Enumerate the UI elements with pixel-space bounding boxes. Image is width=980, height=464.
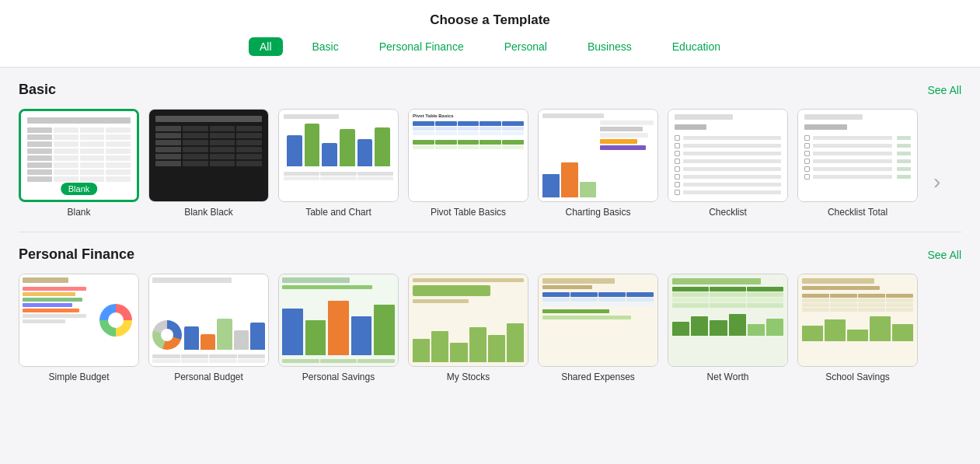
basic-template-row: Blank Blank [19,109,961,218]
template-thumb-simple-budget [19,274,139,367]
template-label-pivot: Pivot Table Basics [431,207,506,218]
template-checklist[interactable]: Checklist [668,109,788,218]
basic-see-all[interactable]: See All [927,84,961,96]
template-label-my-stocks: My Stocks [447,372,490,382]
template-pivot[interactable]: Pivot Table Basics [408,109,528,218]
template-blank[interactable]: Blank Blank [19,109,139,218]
personal-finance-template-row: Simple Budget [19,274,961,382]
template-thumb-net-worth [668,274,788,367]
template-label-school-savings: School Savings [825,372,890,382]
template-label-checklist-total: Checklist Total [828,207,888,218]
template-label-checklist: Checklist [709,207,747,218]
basic-next-button[interactable]: › [927,169,947,194]
basic-section-title: Basic [19,82,56,98]
template-thumb-checklist [668,109,788,202]
tab-personal[interactable]: Personal [493,37,558,56]
template-label-blank: Blank [67,207,90,218]
template-charting[interactable]: Charting Basics [538,109,658,218]
template-thumb-school-savings [797,274,918,367]
personal-finance-section-title: Personal Finance [19,246,134,263]
template-personal-savings[interactable]: Personal Savings [278,274,399,382]
template-label-simple-budget: Simple Budget [48,372,109,382]
template-thumb-table-chart [278,109,399,202]
template-label-net-worth: Net Worth [707,372,749,382]
template-thumb-personal-budget [148,274,269,367]
template-label-blank-black: Blank Black [184,207,233,218]
template-checklist-total[interactable]: Checklist Total [797,109,918,218]
template-my-stocks[interactable]: My Stocks [408,274,528,382]
template-personal-budget[interactable]: Personal Budget [148,274,269,382]
tab-all[interactable]: All [249,37,283,56]
template-simple-budget[interactable]: Simple Budget [19,274,139,382]
tab-business[interactable]: Business [577,37,643,56]
template-shared-expenses[interactable]: Shared Expenses [538,274,658,382]
blank-badge: Blank [61,183,98,195]
template-label-personal-savings: Personal Savings [302,372,375,382]
template-blank-black[interactable]: Blank Black [148,109,269,218]
template-thumb-checklist-total [797,109,918,202]
tab-education[interactable]: Education [661,37,731,56]
template-label-personal-budget: Personal Budget [174,372,243,382]
template-thumb-shared-expenses [538,274,658,367]
template-thumb-blank-black [148,109,269,202]
template-net-worth[interactable]: Net Worth [668,274,788,382]
tab-personal-finance[interactable]: Personal Finance [368,37,475,56]
template-thumb-blank: Blank [19,109,139,202]
template-label-charting: Charting Basics [565,207,630,218]
template-thumb-pivot: Pivot Table Basics [408,109,528,202]
template-school-savings[interactable]: School Savings [797,274,918,382]
template-thumb-personal-savings [278,274,399,367]
template-label-table-chart: Table and Chart [305,207,371,218]
personal-finance-section: Personal Finance See All [0,232,980,390]
tab-basic[interactable]: Basic [302,37,350,56]
basic-section: Basic See All [0,68,980,225]
template-label-shared-expenses: Shared Expenses [561,372,635,382]
personal-finance-see-all[interactable]: See All [927,249,961,261]
template-thumb-charting [538,109,658,202]
page-title: Choose a Template [0,12,980,28]
filter-tabs: All Basic Personal Finance Personal Busi… [0,37,980,56]
template-thumb-my-stocks [408,274,528,367]
template-table-chart[interactable]: Table and Chart [278,109,399,218]
